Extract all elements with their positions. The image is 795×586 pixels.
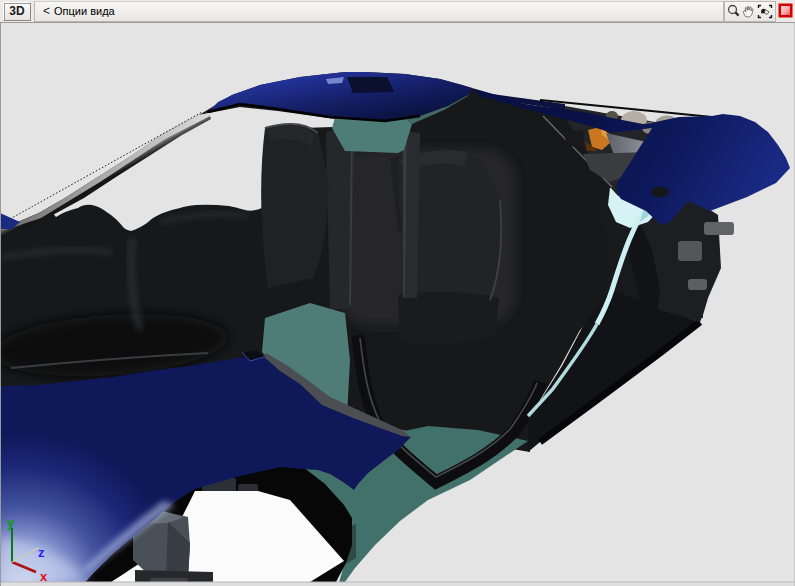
svg-text:y: y	[7, 515, 15, 530]
svg-text:z: z	[38, 545, 45, 560]
